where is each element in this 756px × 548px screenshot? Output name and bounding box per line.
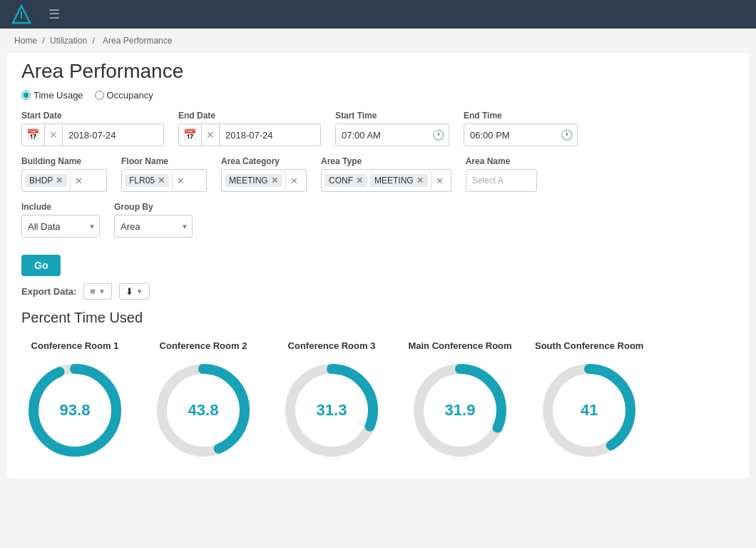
radio-occupancy-label: Occupancy xyxy=(107,90,153,101)
start-time-value: 07:00 AM xyxy=(336,130,428,141)
main-content: Area Performance Time Usage Occupancy St… xyxy=(7,53,749,478)
floor-name-input[interactable]: FLR05 ✕ ✕ xyxy=(121,169,207,192)
area-category-input[interactable]: MEETING ✕ ✕ xyxy=(221,169,307,192)
chart-item: Conference Room 193.8 xyxy=(21,340,128,464)
chart-title: Conference Room 1 xyxy=(31,340,119,351)
include-label: Include xyxy=(21,202,100,212)
donut-label: 43.8 xyxy=(188,401,219,420)
donut-chart: 93.8 xyxy=(21,357,128,464)
building-tag-bhdp-remove[interactable]: ✕ xyxy=(56,176,63,186)
radio-occupancy-input[interactable] xyxy=(95,91,104,100)
building-input-clear[interactable]: ✕ xyxy=(70,171,87,190)
donut-chart: 31.9 xyxy=(407,357,514,464)
calendar-icon-end[interactable]: 📅 xyxy=(179,124,202,146)
end-date-clear[interactable]: ✕ xyxy=(202,124,220,146)
calendar-icon[interactable]: 📅 xyxy=(22,124,45,146)
start-time-input[interactable]: 07:00 AM 🕐 xyxy=(335,123,449,146)
report-type-selector: Time Usage Occupancy xyxy=(21,90,735,101)
chart-title: Conference Room 3 xyxy=(288,340,376,351)
include-groupby-row: Include All Data Some Data ▼ Group By Ar… xyxy=(21,202,735,238)
chart-title: Main Conference Room xyxy=(408,340,511,351)
area-category-group: Area Category MEETING ✕ ✕ xyxy=(221,156,307,192)
area-type-tag-conf-remove[interactable]: ✕ xyxy=(356,176,363,186)
area-type-tag-meeting-remove[interactable]: ✕ xyxy=(417,176,424,186)
area-type-group: Area Type CONF ✕ MEETING ✕ ✕ xyxy=(321,156,451,192)
include-select[interactable]: All Data Some Data xyxy=(21,215,100,238)
chart-title: South Conference Room xyxy=(535,340,643,351)
end-time-input[interactable]: 06:00 PM 🕐 xyxy=(464,123,578,146)
chart-item: Main Conference Room31.9 xyxy=(407,340,514,464)
app-logo xyxy=(11,4,31,24)
floor-name-label: Floor Name xyxy=(121,156,207,166)
radio-time-usage[interactable]: Time Usage xyxy=(21,90,83,101)
building-tag-bhdp: BHDP ✕ xyxy=(25,174,67,187)
breadcrumb-current: Area Performance xyxy=(103,36,172,46)
radio-occupancy[interactable]: Occupancy xyxy=(95,90,153,101)
end-date-value: 2018-07-24 xyxy=(220,130,320,141)
floor-tag-flr05: FLR05 ✕ xyxy=(125,174,169,187)
export-image-arrow: ▼ xyxy=(136,288,143,295)
date-time-filter-row: Start Date 📅 ✕ 2018-07-24 End Date 📅 ✕ 2… xyxy=(21,111,735,146)
area-name-label: Area Name xyxy=(466,156,537,166)
floor-input-clear[interactable]: ✕ xyxy=(172,171,189,190)
export-table-arrow: ▼ xyxy=(98,288,106,295)
export-label: Export Data: xyxy=(21,286,76,297)
top-navigation: ☰ xyxy=(0,0,756,29)
area-category-tag-meeting-remove[interactable]: ✕ xyxy=(271,176,278,186)
area-name-group: Area Name Select A xyxy=(466,156,537,192)
area-name-input[interactable]: Select A xyxy=(466,169,537,192)
area-category-tag-meeting: MEETING ✕ xyxy=(225,174,282,187)
start-time-group: Start Time 07:00 AM 🕐 xyxy=(335,111,449,146)
area-filter-row: Building Name BHDP ✕ ✕ Floor Name FLR05 … xyxy=(21,156,735,192)
end-time-group: End Time 06:00 PM 🕐 xyxy=(464,111,578,146)
donut-label: 31.9 xyxy=(445,401,476,420)
group-by-select-wrapper: Area Building Floor ▼ xyxy=(114,215,193,238)
group-by-label: Group By xyxy=(114,202,193,212)
start-date-label: Start Date xyxy=(21,111,164,121)
page-title: Area Performance xyxy=(21,60,735,83)
export-table-icon: ≡ xyxy=(90,286,96,297)
area-category-input-clear[interactable]: ✕ xyxy=(285,171,302,190)
end-date-label: End Date xyxy=(178,111,321,121)
radio-time-usage-input[interactable] xyxy=(21,91,31,100)
export-image-button[interactable]: ⬇ ▼ xyxy=(119,283,150,300)
include-select-wrapper: All Data Some Data ▼ xyxy=(21,215,100,238)
clock-icon-end[interactable]: 🕐 xyxy=(556,129,577,141)
group-by-select[interactable]: Area Building Floor xyxy=(114,215,193,238)
area-name-placeholder: Select A xyxy=(469,174,506,187)
donut-label: 93.8 xyxy=(60,401,91,420)
start-date-input[interactable]: 📅 ✕ 2018-07-24 xyxy=(21,123,164,146)
go-button[interactable]: Go xyxy=(21,255,61,276)
start-date-clear[interactable]: ✕ xyxy=(45,124,63,146)
clock-icon-start[interactable]: 🕐 xyxy=(428,129,449,141)
chart-title: Conference Room 2 xyxy=(160,340,247,351)
floor-name-group: Floor Name FLR05 ✕ ✕ xyxy=(121,156,207,192)
section-title: Percent Time Used xyxy=(21,310,735,326)
start-time-label: Start Time xyxy=(335,111,449,121)
donut-chart: 41 xyxy=(536,357,643,464)
chart-item: South Conference Room41 xyxy=(535,340,643,464)
breadcrumb-utilization[interactable]: Utilization xyxy=(50,36,87,46)
area-type-input[interactable]: CONF ✕ MEETING ✕ ✕ xyxy=(321,169,451,192)
building-name-label: Building Name xyxy=(21,156,107,166)
start-date-group: Start Date 📅 ✕ 2018-07-24 xyxy=(21,111,164,146)
building-name-input[interactable]: BHDP ✕ ✕ xyxy=(21,169,107,192)
floor-tag-flr05-remove[interactable]: ✕ xyxy=(158,176,165,186)
export-table-button[interactable]: ≡ ▼ xyxy=(83,283,112,300)
chart-item: Conference Room 331.3 xyxy=(278,340,385,464)
building-name-group: Building Name BHDP ✕ ✕ xyxy=(21,156,107,192)
area-type-input-clear[interactable]: ✕ xyxy=(431,171,448,190)
end-date-input[interactable]: 📅 ✕ 2018-07-24 xyxy=(178,123,321,146)
group-by-group: Group By Area Building Floor ▼ xyxy=(114,202,193,238)
breadcrumb-home[interactable]: Home xyxy=(14,36,37,46)
donut-chart: 43.8 xyxy=(150,357,257,464)
end-time-label: End Time xyxy=(464,111,578,121)
donut-label: 41 xyxy=(581,401,598,420)
donut-chart: 31.3 xyxy=(278,357,385,464)
export-row: Export Data: ≡ ▼ ⬇ ▼ xyxy=(21,283,735,300)
radio-time-usage-label: Time Usage xyxy=(34,90,83,101)
area-type-label: Area Type xyxy=(321,156,451,166)
hamburger-menu[interactable]: ☰ xyxy=(48,6,60,22)
include-group: Include All Data Some Data ▼ xyxy=(21,202,100,238)
end-date-group: End Date 📅 ✕ 2018-07-24 xyxy=(178,111,321,146)
